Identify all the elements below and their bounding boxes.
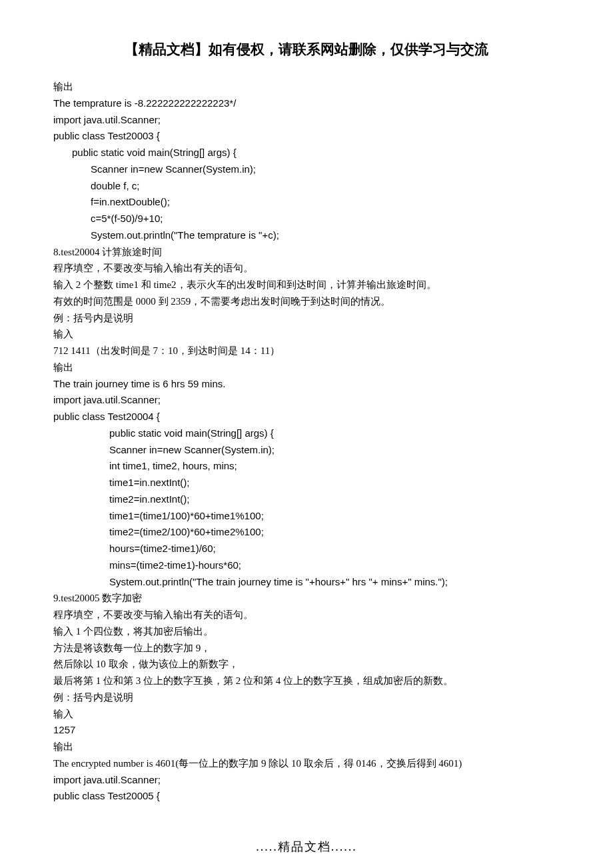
text-line: 输入 — [53, 706, 560, 723]
text-line: double f, c; — [53, 178, 560, 195]
text-line: Scanner in=new Scanner(System.in); — [53, 442, 560, 459]
text-line: 输入 2 个整数 time1 和 time2，表示火车的出发时间和到达时间，计算… — [53, 277, 560, 293]
text-line: 最后将第 1 位和第 3 位上的数字互换，第 2 位和第 4 位上的数字互换，组… — [53, 673, 560, 689]
text-line: 输出 — [53, 359, 560, 376]
text-line: time2=(time2/100)*60+time2%100; — [53, 524, 560, 541]
text-line: Scanner in=new Scanner(System.in); — [53, 161, 560, 178]
text-line: int time1, time2, hours, mins; — [53, 458, 560, 475]
text-line: 1257 — [53, 722, 560, 739]
text-line: 712 1411（出发时间是 7：10，到达时间是 14：11） — [53, 343, 560, 359]
text-line: c=5*(f-50)/9+10; — [53, 211, 560, 227]
text-line: time1=(time1/100)*60+time1%100; — [53, 508, 560, 525]
text-line: time2=in.nextInt(); — [53, 491, 560, 508]
text-line: public static void main(String[] args) { — [53, 145, 560, 161]
text-line: time1=in.nextInt(); — [53, 475, 560, 491]
text-line: 方法是将该数每一位上的数字加 9， — [53, 640, 560, 657]
text-line: import java.util.Scanner; — [53, 112, 560, 129]
document-content: 输出The temprature is -8.222222222222223*/… — [53, 79, 560, 812]
document-page: 【精品文档】如有侵权，请联系网站删除，仅供学习与交流 输出The temprat… — [0, 0, 613, 868]
text-line: public class Test20005 { — [53, 788, 560, 805]
text-line: f=in.nextDouble(); — [53, 194, 560, 211]
text-line: 输入 — [53, 326, 560, 343]
text-line: public static void main(String[] args) { — [53, 425, 560, 442]
text-line: 例：括号内是说明 — [53, 310, 560, 327]
page-header: 【精品文档】如有侵权，请联系网站删除，仅供学习与交流 — [53, 40, 560, 59]
text-line: mins=(time2-time1)-hours*60; — [53, 557, 560, 574]
text-line: System.out.println("The temprature is "+… — [53, 227, 560, 244]
text-line: 程序填空，不要改变与输入输出有关的语句。 — [53, 260, 560, 277]
text-line: import java.util.Scanner; — [53, 772, 560, 789]
page-footer: .....精品文档...... — [53, 839, 560, 855]
text-line: 程序填空，不要改变与输入输出有关的语句。 — [53, 607, 560, 623]
text-line: 9.test20005 数字加密 — [53, 590, 560, 607]
text-line: 8.test20004 计算旅途时间 — [53, 244, 560, 261]
text-line: System.out.println("The train journey ti… — [53, 574, 560, 591]
text-line: 输出 — [53, 739, 560, 755]
text-line: 输入 1 个四位数，将其加密后输出。 — [53, 623, 560, 640]
text-line: The encrypted number is 4601(每一位上的数字加 9 … — [53, 755, 560, 772]
text-line: public class Test20003 { — [53, 128, 560, 145]
text-line: public class Test20004 { — [53, 409, 560, 425]
text-line: The train journey time is 6 hrs 59 mins. — [53, 376, 560, 393]
text-line: 有效的时间范围是 0000 到 2359，不需要考虑出发时间晚于到达时间的情况。 — [53, 293, 560, 310]
text-line: The temprature is -8.222222222222223*/ — [53, 95, 560, 112]
text-line: import java.util.Scanner; — [53, 392, 560, 409]
text-line: 然后除以 10 取余，做为该位上的新数字， — [53, 656, 560, 673]
text-line: hours=(time2-time1)/60; — [53, 541, 560, 557]
text-line: 例：括号内是说明 — [53, 689, 560, 706]
text-line: 输出 — [53, 79, 560, 95]
